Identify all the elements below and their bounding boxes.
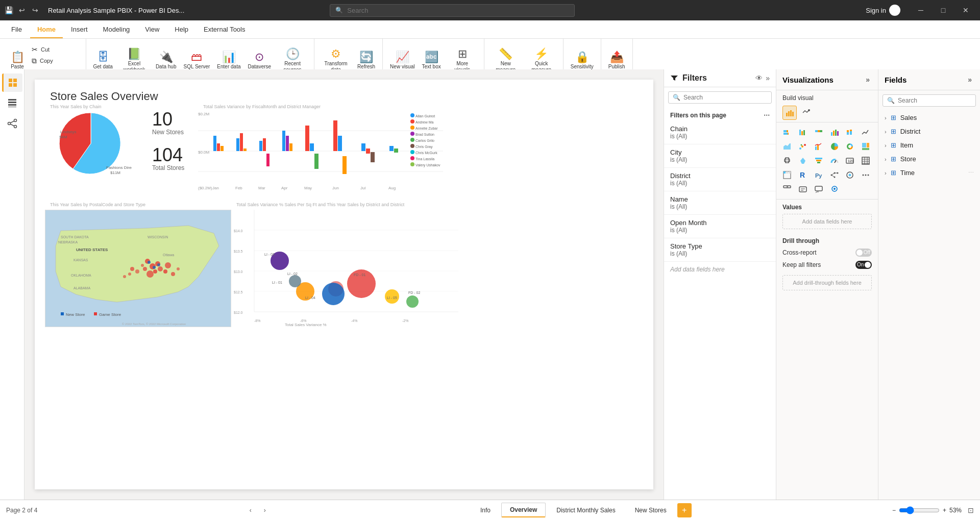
tab-external-tools[interactable]: External Tools	[197, 21, 252, 38]
viz-bar-type-button[interactable]	[782, 106, 797, 120]
svg-text:LI - 05: LI - 05	[387, 296, 397, 300]
field-time-more-icon[interactable]: ⋯	[968, 169, 974, 176]
filters-eye-icon[interactable]: 👁	[755, 74, 763, 82]
viz-card-icon[interactable]: 123	[843, 154, 856, 167]
viz-qa-icon[interactable]	[812, 183, 825, 196]
maximize-button[interactable]: □	[933, 3, 953, 18]
tab-file[interactable]: File	[4, 21, 29, 38]
filter-search-input[interactable]	[683, 94, 767, 101]
field-district[interactable]: › ⊞ District	[878, 125, 980, 138]
sign-in-button[interactable]: Sign in	[866, 5, 900, 16]
fields-search-input[interactable]	[898, 97, 971, 104]
viz-slicer-icon[interactable]	[780, 183, 794, 196]
viz-100pct-bar-icon[interactable]	[812, 126, 825, 139]
viz-donut-chart-icon[interactable]	[843, 140, 856, 153]
svg-text:Valery Ushakov: Valery Ushakov	[415, 163, 440, 167]
zoom-slider[interactable]	[899, 506, 940, 514]
cut-button[interactable]: ✂ Cut	[29, 44, 82, 55]
svg-text:WISCONSIN: WISCONSIN	[148, 235, 168, 239]
page-prev-button[interactable]: ‹	[244, 504, 257, 516]
tab-modeling[interactable]: Modeling	[96, 21, 137, 38]
filter-item-store-type[interactable]: Store Type is (All)	[664, 238, 776, 262]
viz-pie-chart-icon[interactable]	[828, 140, 841, 153]
copy-button[interactable]: ⧉ Copy	[29, 56, 82, 66]
viz-treemap-icon[interactable]	[859, 140, 872, 153]
tab-insert[interactable]: Insert	[64, 21, 95, 38]
drill-through-fields[interactable]: Add drill-through fields here	[782, 275, 872, 290]
cross-report-toggle[interactable]: Off	[855, 249, 872, 257]
filter-item-district[interactable]: District is (All)	[664, 168, 776, 191]
filter-item-city[interactable]: City is (All)	[664, 144, 776, 168]
viz-decomp-tree-icon[interactable]	[828, 168, 841, 182]
filter-item-open-month[interactable]: Open Month is (All)	[664, 215, 776, 238]
map-chart[interactable]: UNITED STATES SOUTH DAKOTA NEBRASKA KANS…	[45, 210, 231, 327]
tab-info[interactable]: Info	[472, 503, 499, 517]
svg-text:$13.5: $13.5	[234, 250, 243, 253]
keep-filters-toggle[interactable]: On	[855, 261, 872, 269]
svg-point-198	[865, 175, 867, 176]
field-table-icon: ⊞	[891, 128, 896, 135]
page-next-button[interactable]: ›	[259, 504, 271, 516]
viz-table-icon[interactable]	[859, 154, 872, 167]
viz-funnel-icon[interactable]	[812, 154, 825, 167]
fit-page-button[interactable]: ⊡	[968, 506, 974, 514]
page-tabs: Info Overview District Monthly Sales New…	[472, 503, 692, 517]
viz-stacked-column-icon[interactable]	[843, 126, 856, 139]
viz-smart-narrative-icon[interactable]	[796, 183, 810, 196]
pie-chart[interactable]: Lindseys $4M Fashions Direct $11M	[50, 108, 132, 179]
add-page-button[interactable]: +	[677, 503, 692, 517]
filters-expand-icon[interactable]: »	[766, 74, 770, 82]
viz-add-field[interactable]: Add data fields here	[782, 214, 872, 229]
viz-azure-maps-icon[interactable]	[828, 183, 841, 196]
save-icon[interactable]: 💾	[4, 6, 13, 15]
viz-python-icon[interactable]: Py	[812, 168, 825, 182]
viz-r-visual-icon[interactable]: R	[796, 168, 810, 182]
viz-clustered-bar-icon[interactable]	[796, 126, 810, 139]
viz-stacked-bar-icon[interactable]	[780, 126, 794, 139]
table-view-button[interactable]	[2, 94, 22, 112]
tab-home[interactable]: Home	[30, 21, 63, 38]
viz-area-chart-icon[interactable]	[780, 140, 794, 153]
filter-item-name[interactable]: Name is (All)	[664, 191, 776, 215]
minimize-button[interactable]: ─	[911, 3, 931, 18]
viz-more-icon[interactable]	[859, 168, 872, 182]
svg-point-56	[410, 119, 414, 123]
filter-item-chain[interactable]: Chain is (All)	[664, 121, 776, 144]
tab-help[interactable]: Help	[167, 21, 195, 38]
fields-search-bar[interactable]: 🔍	[883, 94, 976, 107]
global-search-input[interactable]	[347, 7, 569, 14]
field-sales[interactable]: › ⊞ Sales	[878, 111, 980, 125]
zoom-minus-button[interactable]: −	[892, 507, 896, 514]
field-store[interactable]: › ⊞ Store	[878, 152, 980, 166]
filter-search-bar[interactable]: 🔍	[668, 91, 772, 104]
bar-chart[interactable]: $0.2M $0.0M ($0.2M)	[198, 110, 443, 192]
global-search-bar[interactable]: 🔍	[330, 4, 575, 17]
viz-grouped-column-icon[interactable]	[828, 126, 841, 139]
redo-icon[interactable]: ↪	[31, 6, 40, 15]
viz-scatter-chart-icon[interactable]	[796, 140, 810, 153]
model-view-button[interactable]	[2, 114, 22, 133]
tab-view[interactable]: View	[138, 21, 166, 38]
viz-line-chart-icon[interactable]	[859, 126, 872, 139]
close-button[interactable]: ✕	[955, 3, 976, 18]
field-item[interactable]: › ⊞ Item	[878, 138, 980, 152]
scatter-chart[interactable]: $12.0 $12.5 $13.0 $13.5 $14.0 LI - 03 LI…	[234, 210, 458, 327]
tab-overview[interactable]: Overview	[501, 503, 546, 517]
viz-map-icon[interactable]	[780, 154, 794, 167]
tab-new-stores[interactable]: New Stores	[626, 503, 675, 517]
viz-format-type-button[interactable]	[799, 106, 813, 120]
field-time[interactable]: › ⊞ Time ⋯	[878, 166, 980, 180]
viz-collapse-button[interactable]: »	[864, 75, 872, 85]
svg-rect-164	[815, 146, 817, 150]
tab-district-monthly[interactable]: District Monthly Sales	[548, 503, 624, 517]
viz-combo-chart-icon[interactable]	[812, 140, 825, 153]
viz-matrix-icon[interactable]	[780, 168, 794, 182]
report-view-button[interactable]	[2, 73, 22, 92]
fields-collapse-button[interactable]: »	[966, 75, 974, 85]
zoom-plus-button[interactable]: +	[943, 507, 946, 514]
viz-gauge-icon[interactable]	[828, 154, 841, 167]
viz-filled-map-icon[interactable]	[796, 154, 810, 167]
filter-section-menu-icon[interactable]: ⋯	[764, 112, 770, 119]
undo-icon[interactable]: ↩	[17, 6, 27, 15]
viz-key-influencers-icon[interactable]	[843, 168, 856, 182]
